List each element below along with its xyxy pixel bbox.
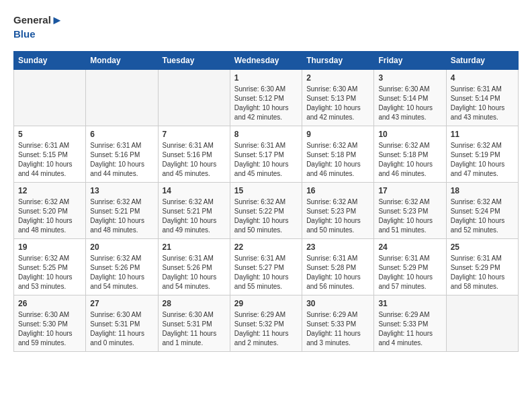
day-info: Sunrise: 6:31 AM Sunset: 5:15 PM Dayligh… — [18, 141, 81, 179]
calendar-cell: 11Sunrise: 6:32 AM Sunset: 5:19 PM Dayli… — [446, 126, 518, 182]
calendar-cell: 2Sunrise: 6:30 AM Sunset: 5:13 PM Daylig… — [302, 69, 374, 126]
calendar-cell: 19Sunrise: 6:32 AM Sunset: 5:25 PM Dayli… — [14, 238, 86, 295]
calendar-cell: 22Sunrise: 6:31 AM Sunset: 5:27 PM Dayli… — [230, 238, 302, 295]
header-saturday: Saturday — [446, 51, 518, 69]
day-number: 16 — [306, 186, 369, 195]
day-number: 23 — [306, 242, 369, 252]
day-number: 13 — [90, 186, 153, 195]
calendar-cell: 9Sunrise: 6:32 AM Sunset: 5:18 PM Daylig… — [302, 126, 374, 182]
calendar-cell: 17Sunrise: 6:32 AM Sunset: 5:23 PM Dayli… — [374, 182, 446, 238]
header-wednesday: Wednesday — [230, 51, 302, 69]
calendar-cell: 16Sunrise: 6:32 AM Sunset: 5:23 PM Dayli… — [302, 182, 374, 238]
day-info: Sunrise: 6:32 AM Sunset: 5:25 PM Dayligh… — [18, 254, 81, 291]
day-number: 8 — [234, 130, 298, 139]
day-info: Sunrise: 6:32 AM Sunset: 5:22 PM Dayligh… — [234, 197, 298, 235]
day-number: 7 — [163, 130, 226, 139]
day-info: Sunrise: 6:30 AM Sunset: 5:30 PM Dayligh… — [18, 310, 81, 348]
calendar-cell: 6Sunrise: 6:31 AM Sunset: 5:16 PM Daylig… — [86, 126, 158, 182]
calendar-cell: 4Sunrise: 6:31 AM Sunset: 5:14 PM Daylig… — [446, 69, 518, 126]
day-number: 28 — [163, 299, 226, 308]
day-info: Sunrise: 6:32 AM Sunset: 5:18 PM Dayligh… — [306, 141, 369, 179]
calendar-week-3: 12Sunrise: 6:32 AM Sunset: 5:20 PM Dayli… — [14, 182, 519, 238]
calendar-cell: 27Sunrise: 6:30 AM Sunset: 5:31 PM Dayli… — [86, 295, 158, 351]
calendar-cell: 23Sunrise: 6:31 AM Sunset: 5:28 PM Dayli… — [302, 238, 374, 295]
calendar-header-row: SundayMondayTuesdayWednesdayThursdayFrid… — [14, 51, 519, 69]
calendar-cell: 5Sunrise: 6:31 AM Sunset: 5:15 PM Daylig… — [14, 126, 86, 182]
day-info: Sunrise: 6:30 AM Sunset: 5:31 PM Dayligh… — [163, 310, 226, 348]
day-number: 15 — [234, 186, 298, 195]
calendar-table: SundayMondayTuesdayWednesdayThursdayFrid… — [13, 51, 519, 352]
day-number: 22 — [234, 242, 298, 252]
day-number: 11 — [451, 130, 514, 139]
day-info: Sunrise: 6:31 AM Sunset: 5:16 PM Dayligh… — [90, 141, 153, 179]
day-info: Sunrise: 6:32 AM Sunset: 5:24 PM Dayligh… — [451, 197, 514, 235]
day-number: 21 — [163, 242, 226, 252]
day-info: Sunrise: 6:32 AM Sunset: 5:23 PM Dayligh… — [306, 197, 369, 235]
day-info: Sunrise: 6:31 AM Sunset: 5:14 PM Dayligh… — [451, 85, 514, 122]
day-info: Sunrise: 6:32 AM Sunset: 5:23 PM Dayligh… — [378, 197, 441, 235]
day-info: Sunrise: 6:31 AM Sunset: 5:29 PM Dayligh… — [378, 254, 441, 291]
calendar-cell: 15Sunrise: 6:32 AM Sunset: 5:22 PM Dayli… — [230, 182, 302, 238]
day-info: Sunrise: 6:30 AM Sunset: 5:31 PM Dayligh… — [90, 310, 153, 348]
calendar-cell: 8Sunrise: 6:31 AM Sunset: 5:17 PM Daylig… — [230, 126, 302, 182]
day-number: 20 — [90, 242, 153, 252]
day-number: 30 — [306, 299, 369, 308]
day-number: 29 — [234, 299, 298, 308]
day-info: Sunrise: 6:30 AM Sunset: 5:14 PM Dayligh… — [378, 85, 441, 122]
day-info: Sunrise: 6:29 AM Sunset: 5:33 PM Dayligh… — [306, 310, 369, 348]
day-info: Sunrise: 6:32 AM Sunset: 5:21 PM Dayligh… — [90, 197, 153, 235]
calendar-cell: 28Sunrise: 6:30 AM Sunset: 5:31 PM Dayli… — [158, 295, 230, 351]
day-info: Sunrise: 6:31 AM Sunset: 5:28 PM Dayligh… — [306, 254, 369, 291]
day-info: Sunrise: 6:30 AM Sunset: 5:12 PM Dayligh… — [234, 85, 298, 122]
calendar-cell: 12Sunrise: 6:32 AM Sunset: 5:20 PM Dayli… — [14, 182, 86, 238]
day-info: Sunrise: 6:29 AM Sunset: 5:32 PM Dayligh… — [234, 310, 298, 348]
header-friday: Friday — [374, 51, 446, 69]
day-number: 9 — [306, 130, 369, 139]
day-number: 1 — [234, 73, 298, 83]
day-number: 4 — [451, 73, 514, 83]
calendar-week-5: 26Sunrise: 6:30 AM Sunset: 5:30 PM Dayli… — [14, 295, 519, 351]
calendar-cell — [158, 69, 230, 126]
calendar-cell: 7Sunrise: 6:31 AM Sunset: 5:16 PM Daylig… — [158, 126, 230, 182]
day-info: Sunrise: 6:32 AM Sunset: 5:26 PM Dayligh… — [90, 254, 153, 291]
calendar-cell — [14, 69, 86, 126]
header-sunday: Sunday — [14, 51, 86, 69]
day-number: 12 — [18, 186, 81, 195]
day-number: 10 — [378, 130, 441, 139]
day-info: Sunrise: 6:32 AM Sunset: 5:18 PM Dayligh… — [378, 141, 441, 179]
header-tuesday: Tuesday — [158, 51, 230, 69]
day-number: 3 — [378, 73, 441, 83]
calendar-week-2: 5Sunrise: 6:31 AM Sunset: 5:15 PM Daylig… — [14, 126, 519, 182]
day-info: Sunrise: 6:31 AM Sunset: 5:17 PM Dayligh… — [234, 141, 298, 179]
day-number: 2 — [306, 73, 369, 83]
day-number: 25 — [451, 242, 514, 252]
calendar-cell: 30Sunrise: 6:29 AM Sunset: 5:33 PM Dayli… — [302, 295, 374, 351]
header-thursday: Thursday — [302, 51, 374, 69]
day-number: 5 — [18, 130, 81, 139]
day-number: 24 — [378, 242, 441, 252]
calendar-cell: 20Sunrise: 6:32 AM Sunset: 5:26 PM Dayli… — [86, 238, 158, 295]
day-info: Sunrise: 6:31 AM Sunset: 5:27 PM Dayligh… — [234, 254, 298, 291]
calendar-cell: 26Sunrise: 6:30 AM Sunset: 5:30 PM Dayli… — [14, 295, 86, 351]
calendar-week-4: 19Sunrise: 6:32 AM Sunset: 5:25 PM Dayli… — [14, 238, 519, 295]
header-monday: Monday — [86, 51, 158, 69]
calendar-cell: 25Sunrise: 6:31 AM Sunset: 5:29 PM Dayli… — [446, 238, 518, 295]
calendar-cell: 29Sunrise: 6:29 AM Sunset: 5:32 PM Dayli… — [230, 295, 302, 351]
day-number: 31 — [378, 299, 441, 308]
day-number: 17 — [378, 186, 441, 195]
calendar-cell — [446, 295, 518, 351]
calendar-cell: 10Sunrise: 6:32 AM Sunset: 5:18 PM Dayli… — [374, 126, 446, 182]
calendar-cell: 24Sunrise: 6:31 AM Sunset: 5:29 PM Dayli… — [374, 238, 446, 295]
day-info: Sunrise: 6:32 AM Sunset: 5:20 PM Dayligh… — [18, 197, 81, 235]
day-info: Sunrise: 6:32 AM Sunset: 5:19 PM Dayligh… — [451, 141, 514, 179]
calendar-cell: 14Sunrise: 6:32 AM Sunset: 5:21 PM Dayli… — [158, 182, 230, 238]
day-info: Sunrise: 6:32 AM Sunset: 5:21 PM Dayligh… — [163, 197, 226, 235]
page-header: General► Blue — [13, 13, 519, 40]
calendar-cell: 18Sunrise: 6:32 AM Sunset: 5:24 PM Dayli… — [446, 182, 518, 238]
calendar-cell: 31Sunrise: 6:29 AM Sunset: 5:33 PM Dayli… — [374, 295, 446, 351]
logo: General► Blue — [13, 13, 63, 40]
day-number: 19 — [18, 242, 81, 252]
day-info: Sunrise: 6:29 AM Sunset: 5:33 PM Dayligh… — [378, 310, 441, 348]
calendar-cell: 3Sunrise: 6:30 AM Sunset: 5:14 PM Daylig… — [374, 69, 446, 126]
day-number: 14 — [163, 186, 226, 195]
